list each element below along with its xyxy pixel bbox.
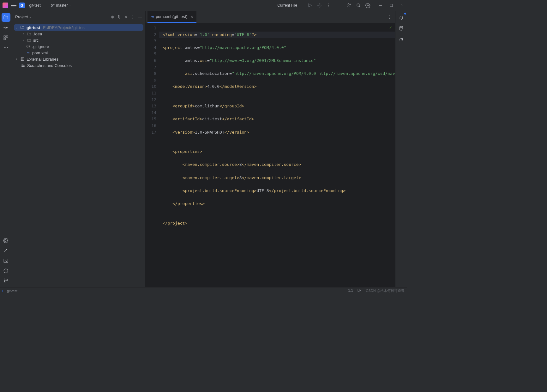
code-content[interactable]: <?xml version="1.0" encoding="UTF-8"?> <… xyxy=(159,23,395,287)
line-num: 14 xyxy=(146,110,156,116)
run-config-dropdown[interactable]: Current File⌄ xyxy=(275,2,303,9)
svg-point-6 xyxy=(328,5,329,6)
main-area: Project⌄ ⊕ ⇅ ⤬ ⋮ — ⌄ git-test F:\IDEAPro… xyxy=(0,11,407,287)
panel-title: Project xyxy=(15,15,28,19)
xmlns: "http://maven.apache.org/POM/4.0.0" xyxy=(200,45,286,50)
svg-rect-15 xyxy=(4,38,5,39)
svg-rect-28 xyxy=(22,57,23,60)
svg-point-4 xyxy=(319,5,320,6)
svg-point-1 xyxy=(51,6,52,7)
tab-label: pom.xml (git-test) xyxy=(156,14,187,19)
line-num: 7 xyxy=(146,64,156,71)
chevron-right-icon: › xyxy=(15,57,18,61)
collapse-all-icon[interactable]: ⤬ xyxy=(124,15,128,19)
inspection-ok-icon[interactable]: ✓ xyxy=(389,25,392,30)
tree-label: .idea xyxy=(33,32,42,36)
line-num: 2 xyxy=(146,32,156,38)
search-icon[interactable] xyxy=(356,3,361,8)
editor-area: m pom.xml (git-test) × ⋮ ✓ 1 2 3 4 5 6 7… xyxy=(146,11,395,287)
svg-point-24 xyxy=(4,282,5,283)
project-chip[interactable]: G xyxy=(19,3,25,8)
tree-item-pom[interactable]: m pom.xml xyxy=(14,50,143,56)
line-num: 15 xyxy=(146,116,156,123)
line-num: 1 xyxy=(146,25,156,32)
close-tab-icon[interactable]: × xyxy=(191,14,193,19)
chevron-down-icon: ⌄ xyxy=(69,4,71,7)
left-tool-rail xyxy=(0,11,12,287)
database-icon[interactable] xyxy=(397,24,406,33)
source-encoding: UTF-8 xyxy=(256,188,269,193)
line-num: 13 xyxy=(146,103,156,110)
project-tool-icon[interactable] xyxy=(2,13,10,22)
line-num: 10 xyxy=(146,83,156,90)
more-icon[interactable] xyxy=(326,3,331,8)
folder-icon xyxy=(27,31,32,36)
tab-actions-icon[interactable]: ⋮ xyxy=(384,11,395,23)
line-num: 5 xyxy=(146,51,156,57)
git-tool-icon[interactable] xyxy=(2,276,10,285)
right-tool-rail: m xyxy=(395,11,407,287)
chevron-right-icon: › xyxy=(22,39,25,42)
notifications-icon[interactable] xyxy=(397,13,406,22)
minimize-icon[interactable] xyxy=(378,3,383,8)
project-dropdown[interactable]: git-test⌄ xyxy=(27,2,46,9)
panel-more-icon[interactable]: ⋮ xyxy=(131,15,135,19)
more-tool-icon[interactable] xyxy=(2,43,10,52)
project-tree[interactable]: ⌄ git-test F:\IDEAProjects\git-test › .i… xyxy=(12,23,145,287)
terminal-tool-icon[interactable] xyxy=(2,256,10,265)
xml-encoding: "UTF-8" xyxy=(234,32,252,37)
problems-tool-icon[interactable] xyxy=(2,266,10,275)
line-num: 3 xyxy=(146,38,156,45)
tree-label: External Libraries xyxy=(27,57,58,62)
tree-label: pom.xml xyxy=(32,51,48,55)
line-num: 6 xyxy=(146,57,156,64)
maximize-icon[interactable] xyxy=(389,3,394,8)
branch-dropdown[interactable]: master⌄ xyxy=(49,2,74,9)
chevron-down-icon: ⌄ xyxy=(42,4,45,7)
schema-location: "http://maven.apache.org/POM/4.0.0 http:… xyxy=(232,71,395,76)
maven-tool-icon[interactable]: m xyxy=(397,34,406,43)
select-opened-icon[interactable]: ⊕ xyxy=(111,15,114,19)
artifact-id: git-test xyxy=(202,117,222,121)
settings-icon[interactable] xyxy=(365,3,370,8)
line-separator[interactable]: LF xyxy=(358,288,362,293)
caret-position[interactable]: 1:1 xyxy=(348,288,353,293)
statusbar-branch[interactable]: git-test xyxy=(3,289,17,293)
svg-point-7 xyxy=(328,7,329,7)
close-icon[interactable] xyxy=(400,3,405,8)
chevron-down-icon: ⌄ xyxy=(298,4,301,7)
tree-item-gitignore[interactable]: .gitignore xyxy=(14,43,143,50)
hide-panel-icon[interactable]: — xyxy=(138,15,142,19)
run-tool-icon[interactable] xyxy=(2,236,10,245)
version: 1.0-SNAPSHOT xyxy=(195,130,225,135)
svg-point-2 xyxy=(53,4,54,5)
panel-title-dropdown[interactable]: Project⌄ xyxy=(15,15,32,19)
svg-point-18 xyxy=(7,47,8,48)
svg-point-10 xyxy=(367,5,369,6)
tree-item-idea[interactable]: › .idea xyxy=(14,31,143,37)
tree-root[interactable]: ⌄ git-test F:\IDEAProjects\git-test xyxy=(14,24,143,31)
run-icon[interactable] xyxy=(307,3,312,8)
build-tool-icon[interactable] xyxy=(2,246,10,255)
folder-icon xyxy=(20,25,25,30)
structure-tool-icon[interactable] xyxy=(2,33,10,42)
expand-all-icon[interactable]: ⇅ xyxy=(117,15,121,19)
tree-item-external[interactable]: › External Libraries xyxy=(14,56,143,62)
svg-point-12 xyxy=(5,27,6,28)
editor-tab[interactable]: m pom.xml (git-test) × xyxy=(147,11,196,23)
code-with-me-icon[interactable] xyxy=(346,3,352,8)
chevron-down-icon: ⌄ xyxy=(29,15,32,19)
svg-rect-11 xyxy=(390,4,393,7)
main-menu-icon[interactable] xyxy=(11,3,16,8)
tree-root-path: F:\IDEAProjects\git-test xyxy=(43,25,86,30)
tree-label: src xyxy=(33,38,39,43)
commit-tool-icon[interactable] xyxy=(2,23,10,32)
tree-item-scratches[interactable]: Scratches and Consoles xyxy=(14,62,143,69)
code-editor[interactable]: ✓ 1 2 3 4 5 6 7 8 9 10 11 12 13 14 15 16… xyxy=(146,23,395,287)
tree-item-src[interactable]: › src xyxy=(14,37,143,43)
line-num: 11 xyxy=(146,90,156,97)
svg-rect-14 xyxy=(6,36,8,37)
app-icon[interactable] xyxy=(3,3,8,8)
titlebar-right: Current File⌄ xyxy=(275,2,405,9)
debug-icon[interactable] xyxy=(317,3,322,8)
